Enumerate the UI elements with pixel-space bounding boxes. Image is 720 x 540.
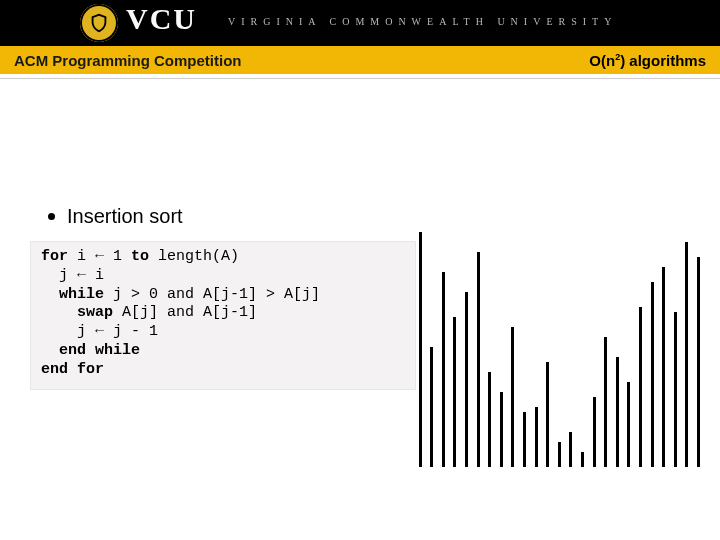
bar <box>511 327 514 467</box>
seal-shield-icon <box>88 12 110 34</box>
bar <box>465 292 468 467</box>
bar <box>453 317 456 467</box>
bigO-post: ) algorithms <box>620 52 706 69</box>
kw-while: while <box>59 286 104 303</box>
university-banner: VCU VIRGINIA COMMONWEALTH UNIVERSITY <box>0 0 720 46</box>
vcu-seal-icon <box>80 4 118 42</box>
bar <box>581 452 584 467</box>
bar <box>651 282 654 467</box>
bar <box>488 372 491 467</box>
bigO-pre: O(n <box>589 52 615 69</box>
bar <box>558 442 561 467</box>
bar <box>604 337 607 467</box>
vcu-wordmark: VCU <box>126 2 197 36</box>
bar <box>627 382 630 467</box>
bullet-title: Insertion sort <box>67 205 183 227</box>
bar <box>639 307 642 467</box>
kw-to: to <box>131 248 149 265</box>
bar <box>593 397 596 467</box>
kw-endfor: end for <box>41 361 104 378</box>
pseudocode-block: for i ← 1 to length(A) j ← i while j > 0… <box>30 241 416 390</box>
title-bar: ACM Programming Competition O(n2) algori… <box>0 46 720 74</box>
bar <box>477 252 480 467</box>
bullet-dot-icon <box>48 213 55 220</box>
kw-for: for <box>41 248 68 265</box>
bar <box>674 312 677 467</box>
bar <box>419 232 422 467</box>
kw-swap: swap <box>77 304 113 321</box>
bar <box>430 347 433 467</box>
bar <box>523 412 526 467</box>
bar <box>442 272 445 467</box>
divider-thin <box>0 78 720 79</box>
bar <box>662 267 665 467</box>
bar <box>697 257 700 467</box>
slide-title-left: ACM Programming Competition <box>0 52 242 69</box>
vcu-subtext: VIRGINIA COMMONWEALTH UNIVERSITY <box>228 16 617 27</box>
bar <box>685 242 688 467</box>
kw-endwhile: end while <box>59 342 140 359</box>
sort-bars-visual <box>414 227 704 467</box>
bar <box>569 432 572 467</box>
bar <box>616 357 619 467</box>
bullet-item: Insertion sort <box>48 205 183 228</box>
bar <box>500 392 503 467</box>
slide-title-right: O(n2) algorithms <box>589 52 706 69</box>
bar <box>535 407 538 467</box>
bar <box>546 362 549 467</box>
